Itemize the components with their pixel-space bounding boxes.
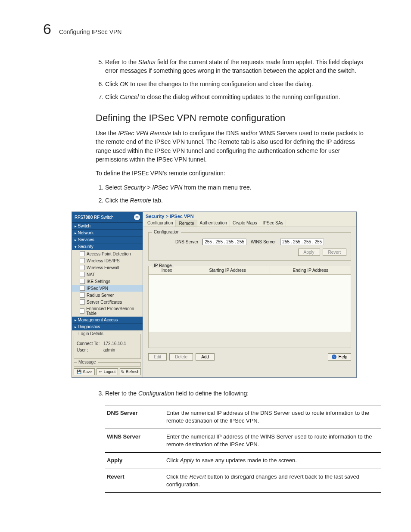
term-dns-server: DNS Server bbox=[105, 405, 165, 429]
vendor-logo-icon: M bbox=[134, 214, 140, 220]
table-row: DNS Server Enter the numerical IP addres… bbox=[105, 405, 381, 429]
sidebar-item-security[interactable]: Security bbox=[72, 243, 143, 250]
main-steps-list: Select Security > IPSec VPN from the mai… bbox=[96, 183, 368, 205]
message-legend: Message bbox=[77, 360, 98, 364]
sidebar-item-switch[interactable]: Switch bbox=[72, 223, 143, 230]
delete-button[interactable]: Delete bbox=[169, 353, 193, 361]
col-end[interactable]: Ending IP Address bbox=[270, 266, 351, 274]
help-icon: ? bbox=[332, 355, 336, 359]
dns-server-input[interactable]: 255 . 255 . 255 . 255 bbox=[202, 239, 246, 245]
breadcrumb: Security > IPSec VPN bbox=[143, 212, 356, 220]
desc-revert: Click the Revert button to disregard cha… bbox=[165, 469, 381, 492]
col-start[interactable]: Starting IP Address bbox=[185, 266, 270, 274]
product-title-bar: RFS7000 RF Switch M bbox=[72, 212, 143, 223]
login-details-box: Login Details Connect To:172.16.10.1 Use… bbox=[74, 334, 141, 359]
tree-icon bbox=[80, 258, 85, 263]
term-apply: Apply bbox=[105, 453, 165, 469]
desc-wins-server: Enter the numerical IP address of the WI… bbox=[165, 429, 381, 452]
sidebar-sub-nat[interactable]: NAT bbox=[72, 271, 143, 278]
tab-crypto-maps[interactable]: Crypto Maps bbox=[230, 220, 260, 227]
step-7: Click Cancel to close the dialog without… bbox=[105, 93, 368, 101]
sidebar-sub-ipsec-vpn[interactable]: IPSec VPN bbox=[72, 285, 143, 292]
logout-icon: ↩ bbox=[99, 370, 103, 374]
step-5: Refer to the Status field for the curren… bbox=[105, 58, 368, 75]
user-value: admin bbox=[103, 348, 115, 352]
apply-button[interactable]: Apply bbox=[298, 249, 320, 256]
pre-steps-list: Refer to the Status field for the curren… bbox=[96, 58, 368, 101]
sidebar-item-network[interactable]: Network bbox=[72, 230, 143, 236]
refresh-button[interactable]: ↻Refresh bbox=[120, 368, 141, 375]
tree-icon bbox=[80, 279, 85, 284]
sidebar-sub-wids[interactable]: Wireless IDS/IPS bbox=[72, 257, 143, 264]
table-row: WINS Server Enter the numerical IP addre… bbox=[105, 429, 381, 452]
tree-icon bbox=[80, 308, 84, 314]
tree-icon bbox=[80, 299, 85, 305]
step-3: Refer to the Configuration field to defi… bbox=[105, 389, 368, 398]
table-row: Revert Click the Revert button to disreg… bbox=[105, 469, 381, 492]
save-button[interactable]: 💾Save bbox=[74, 368, 95, 375]
tree-icon bbox=[80, 265, 85, 270]
wins-server-input[interactable]: 255 . 255 . 255 . 255 bbox=[280, 239, 324, 245]
sidebar-sub-server-certs[interactable]: Server Certificates bbox=[72, 299, 143, 305]
sidebar-sub-firewall[interactable]: Wireless Firewall bbox=[72, 264, 143, 271]
login-legend: Login Details bbox=[77, 331, 105, 336]
desc-apply: Click Apply to save any updates made to … bbox=[165, 453, 381, 469]
tree-icon bbox=[80, 292, 85, 298]
sidebar-item-services[interactable]: Services bbox=[72, 236, 143, 243]
revert-button[interactable]: Revert bbox=[323, 249, 346, 256]
ip-range-legend: IP Range bbox=[152, 263, 174, 268]
step-1: Select Security > IPSec VPN from the mai… bbox=[105, 183, 368, 192]
app-screenshot: RFS7000 RF Switch M Switch Network Servi… bbox=[72, 212, 357, 378]
tab-strip: Configuration Remote Authentication Cryp… bbox=[143, 220, 356, 227]
main-panel: Security > IPSec VPN Configuration Remot… bbox=[143, 212, 356, 377]
ip-range-table-body[interactable] bbox=[149, 275, 351, 332]
chapter-title: Configuring IPSec VPN bbox=[59, 28, 122, 35]
wins-server-label: WINS Server bbox=[251, 240, 276, 244]
help-button[interactable]: ? Help bbox=[328, 353, 351, 361]
save-icon: 💾 bbox=[77, 370, 81, 374]
dns-server-label: DNS Server bbox=[175, 240, 198, 244]
lead-paragraph: To define the IPSEc VPN's remote configu… bbox=[96, 169, 368, 177]
definition-table: DNS Server Enter the numerical IP addres… bbox=[105, 405, 381, 493]
configuration-fieldset: Configuration DNS Server 255 . 255 . 255… bbox=[148, 232, 351, 261]
connect-label: Connect To: bbox=[77, 341, 103, 346]
term-revert: Revert bbox=[105, 469, 165, 492]
tree-icon bbox=[80, 251, 85, 256]
sidebar: RFS7000 RF Switch M Switch Network Servi… bbox=[72, 212, 143, 377]
ip-range-fieldset: IP Range Index Starting IP Address Endin… bbox=[148, 266, 351, 348]
tree-icon bbox=[80, 286, 85, 291]
chapter-number: 6 bbox=[43, 22, 51, 36]
configuration-legend: Configuration bbox=[152, 230, 181, 234]
tree-icon bbox=[80, 272, 85, 277]
term-wins-server: WINS Server bbox=[105, 429, 165, 452]
connect-value: 172.16.10.1 bbox=[103, 341, 126, 346]
step-6: Click OK to use the changes to the runni… bbox=[105, 80, 368, 88]
sidebar-sub-ike[interactable]: IKE Settings bbox=[72, 278, 143, 285]
add-button[interactable]: Add bbox=[196, 353, 215, 361]
sidebar-item-diagnostics[interactable]: Diagnostics bbox=[72, 324, 143, 330]
sidebar-item-management[interactable]: Management Access bbox=[72, 317, 143, 324]
desc-dns-server: Enter the numerical IP address of the DN… bbox=[165, 405, 381, 429]
product-title: RFS7000 RF Switch bbox=[75, 215, 114, 220]
message-box: Message bbox=[74, 362, 141, 367]
tab-ipsec-sas[interactable]: IPSec SAs bbox=[260, 220, 286, 227]
edit-button[interactable]: Edit bbox=[148, 353, 167, 361]
sidebar-sub-probe-beacon[interactable]: Enhanced Probe/Beacon Table bbox=[72, 305, 143, 317]
user-label: User : bbox=[77, 348, 103, 352]
logout-button[interactable]: ↩Logout bbox=[97, 368, 118, 375]
table-row: Apply Click Apply to save any updates ma… bbox=[105, 453, 381, 469]
intro-paragraph: Use the IPSec VPN Remote tab to configur… bbox=[96, 129, 368, 164]
refresh-icon: ↻ bbox=[121, 370, 125, 374]
tab-authentication[interactable]: Authentication bbox=[197, 220, 230, 227]
sidebar-sub-radius[interactable]: Radius Server bbox=[72, 292, 143, 299]
sidebar-sub-ap-detection[interactable]: Access Point Detection bbox=[72, 250, 143, 257]
ip-range-header: Index Starting IP Address Ending IP Addr… bbox=[149, 266, 351, 275]
page-header: 6 Configuring IPSec VPN bbox=[43, 22, 368, 36]
tab-configuration[interactable]: Configuration bbox=[145, 220, 176, 227]
tab-remote[interactable]: Remote bbox=[176, 220, 197, 227]
after-steps-list: Refer to the Configuration field to defi… bbox=[96, 389, 368, 398]
step-2: Click the Remote tab. bbox=[105, 196, 368, 205]
section-heading: Defining the IPSec VPN remote configurat… bbox=[96, 112, 368, 124]
